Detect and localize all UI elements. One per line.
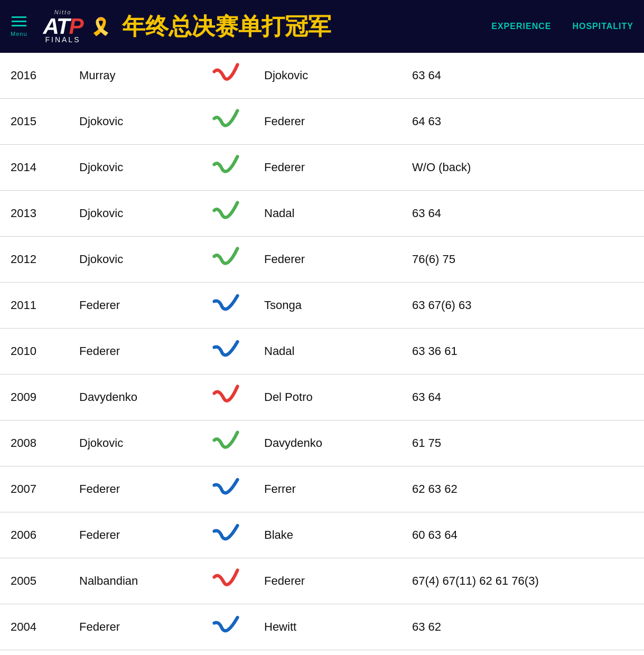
cell-winner: Federer bbox=[69, 604, 201, 650]
cell-year: 2015 bbox=[0, 99, 69, 145]
atp-p: P bbox=[69, 14, 82, 39]
cell-winner: Davydenko bbox=[69, 375, 201, 420]
cell-year: 2008 bbox=[0, 420, 69, 466]
table-row: 2009 Davydenko Del Potro 63 64 bbox=[0, 375, 644, 420]
cell-winner: Nalbandian bbox=[69, 558, 201, 604]
header-nav: EXPERIENCE HOSPITALITY bbox=[491, 22, 633, 31]
cell-year: 2009 bbox=[0, 375, 69, 420]
table-row: 2016 Murray Djokovic 63 64 bbox=[0, 53, 644, 99]
cell-checkmark bbox=[201, 329, 254, 375]
cell-checkmark bbox=[201, 558, 254, 604]
cell-score: 63 62 bbox=[402, 604, 644, 650]
cell-runner: Davydenko bbox=[254, 420, 402, 466]
cell-winner: Djokovic bbox=[69, 191, 201, 237]
cell-runner: Federer bbox=[254, 99, 402, 145]
cell-checkmark bbox=[201, 604, 254, 650]
cell-runner: Agassi bbox=[254, 650, 402, 656]
cell-checkmark bbox=[201, 283, 254, 329]
cell-runner: Nadal bbox=[254, 191, 402, 237]
cell-winner: Federer bbox=[69, 329, 201, 375]
cell-year: 2016 bbox=[0, 53, 69, 99]
atp-logo-text: ATP bbox=[43, 15, 83, 38]
cell-checkmark bbox=[201, 191, 254, 237]
cell-score: 62 63 62 bbox=[402, 466, 644, 512]
results-table: 2016 Murray Djokovic 63 64 2015 Djokovic… bbox=[0, 53, 644, 655]
cell-winner: Djokovic bbox=[69, 237, 201, 283]
cell-checkmark bbox=[201, 145, 254, 191]
table-row: 2003 Federer Agassi 63 60 64 bbox=[0, 650, 644, 656]
cell-score: W/O (back) bbox=[402, 145, 644, 191]
menu-line2 bbox=[12, 21, 26, 22]
table-row: 2005 Nalbandian Federer 67(4) 67(11) 62 … bbox=[0, 558, 644, 604]
cell-checkmark bbox=[201, 512, 254, 558]
hospitality-link[interactable]: HOSPITALITY bbox=[572, 22, 633, 31]
cell-year: 2010 bbox=[0, 329, 69, 375]
cell-winner: Federer bbox=[69, 650, 201, 656]
cell-score: 76(6) 75 bbox=[402, 237, 644, 283]
logo-area: Nitto ATP FINALS 🎗️ 年终总决赛单打冠军 bbox=[43, 9, 332, 44]
cell-winner: Federer bbox=[69, 512, 201, 558]
cell-runner: Hewitt bbox=[254, 604, 402, 650]
cell-runner: Federer bbox=[254, 237, 402, 283]
table-row: 2007 Federer Ferrer 62 63 62 bbox=[0, 466, 644, 512]
cell-score: 63 67(6) 63 bbox=[402, 283, 644, 329]
page-header: Menu Nitto ATP FINALS 🎗️ 年终总决赛单打冠军 EXPER… bbox=[0, 0, 644, 53]
table-row: 2010 Federer Nadal 63 36 61 bbox=[0, 329, 644, 375]
table-row: 2012 Djokovic Federer 76(6) 75 bbox=[0, 237, 644, 283]
atp-logo: Nitto ATP FINALS bbox=[43, 9, 83, 44]
cell-year: 2005 bbox=[0, 558, 69, 604]
atp-at: AT bbox=[43, 14, 69, 39]
cell-year: 2004 bbox=[0, 604, 69, 650]
cell-winner: Murray bbox=[69, 53, 201, 99]
table-row: 2004 Federer Hewitt 63 62 bbox=[0, 604, 644, 650]
cell-checkmark bbox=[201, 99, 254, 145]
cell-runner: Federer bbox=[254, 558, 402, 604]
cell-checkmark bbox=[201, 650, 254, 656]
cell-score: 61 75 bbox=[402, 420, 644, 466]
cell-runner: Federer bbox=[254, 145, 402, 191]
menu-button[interactable]: Menu bbox=[11, 16, 27, 37]
menu-line3 bbox=[12, 25, 26, 26]
table-row: 2008 Djokovic Davydenko 61 75 bbox=[0, 420, 644, 466]
cell-checkmark bbox=[201, 237, 254, 283]
cell-year: 2007 bbox=[0, 466, 69, 512]
cell-score: 67(4) 67(11) 62 61 76(3) bbox=[402, 558, 644, 604]
cell-winner: Djokovic bbox=[69, 145, 201, 191]
menu-line1 bbox=[12, 16, 26, 18]
cell-score: 63 36 61 bbox=[402, 329, 644, 375]
cell-year: 2013 bbox=[0, 191, 69, 237]
table-row: 2006 Federer Blake 60 63 64 bbox=[0, 512, 644, 558]
cell-runner: Djokovic bbox=[254, 53, 402, 99]
cell-runner: Blake bbox=[254, 512, 402, 558]
cell-year: 2003 bbox=[0, 650, 69, 656]
cell-score: 63 64 bbox=[402, 375, 644, 420]
cell-score: 64 63 bbox=[402, 99, 644, 145]
cell-checkmark bbox=[201, 466, 254, 512]
cell-score: 63 60 64 bbox=[402, 650, 644, 656]
cell-year: 2011 bbox=[0, 283, 69, 329]
cell-score: 63 64 bbox=[402, 191, 644, 237]
cell-checkmark bbox=[201, 420, 254, 466]
cell-score: 60 63 64 bbox=[402, 512, 644, 558]
table-row: 2014 Djokovic Federer W/O (back) bbox=[0, 145, 644, 191]
ribbon-icon: 🎗️ bbox=[90, 16, 111, 36]
cell-year: 2014 bbox=[0, 145, 69, 191]
table-row: 2013 Djokovic Nadal 63 64 bbox=[0, 191, 644, 237]
cell-runner: Nadal bbox=[254, 329, 402, 375]
cell-year: 2012 bbox=[0, 237, 69, 283]
experience-link[interactable]: EXPERIENCE bbox=[491, 22, 551, 31]
cell-checkmark bbox=[201, 375, 254, 420]
cell-winner: Djokovic bbox=[69, 99, 201, 145]
cell-winner: Djokovic bbox=[69, 420, 201, 466]
cell-winner: Federer bbox=[69, 283, 201, 329]
finals-text: FINALS bbox=[45, 35, 80, 44]
cell-winner: Federer bbox=[69, 466, 201, 512]
cell-runner: Ferrer bbox=[254, 466, 402, 512]
table-row: 2011 Federer Tsonga 63 67(6) 63 bbox=[0, 283, 644, 329]
cell-year: 2006 bbox=[0, 512, 69, 558]
cell-runner: Tsonga bbox=[254, 283, 402, 329]
cell-score: 63 64 bbox=[402, 53, 644, 99]
menu-label: Menu bbox=[11, 31, 27, 37]
page-title: 年终总决赛单打冠军 bbox=[122, 11, 331, 42]
results-table-container: 2016 Murray Djokovic 63 64 2015 Djokovic… bbox=[0, 53, 644, 655]
